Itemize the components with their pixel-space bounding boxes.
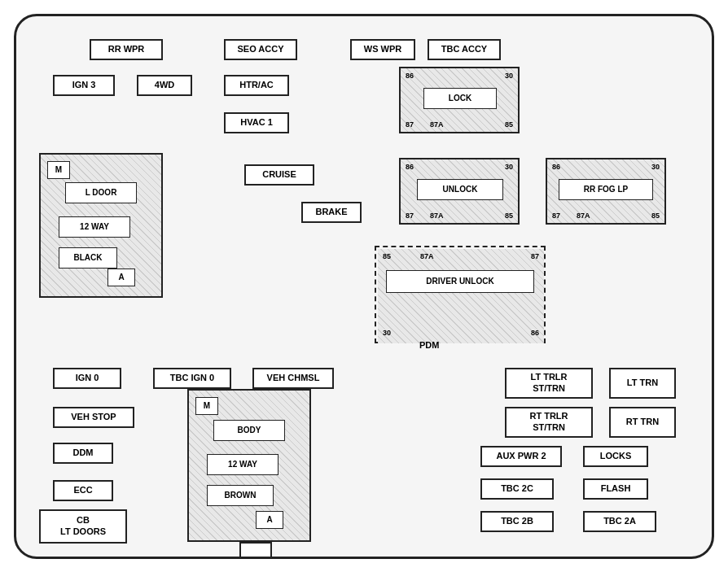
driver-unlock-group: 85 87A 87 DRIVER UNLOCK 30 86: [378, 249, 544, 343]
rt-trlr-sttrn: RT TRLR ST/TRN: [505, 407, 593, 438]
lock-87a: 87A: [430, 120, 444, 129]
unlock-87a: 87A: [430, 212, 444, 220]
lock-87: 87: [406, 120, 414, 129]
cb-lt-doors: CB LT DOORS: [39, 509, 127, 544]
tbc-ign0: TBC IGN 0: [153, 368, 231, 389]
l-door-a: A: [107, 269, 135, 286]
lock-30: 30: [505, 72, 513, 80]
unlock-30: 30: [505, 163, 513, 171]
body-connector: [239, 542, 272, 558]
unlock-label: UNLOCK: [417, 179, 503, 200]
body-m: M: [195, 397, 218, 415]
seo-accy: SEO ACCY: [224, 39, 297, 60]
driver-unlock-label: DRIVER UNLOCK: [386, 270, 534, 293]
body-a: A: [256, 511, 283, 529]
lock-86: 86: [406, 72, 414, 80]
l-door-12way: 12 WAY: [59, 216, 130, 238]
fuse-diagram: RR WPR SEO ACCY WS WPR TBC ACCY IGN 3 4W…: [14, 14, 714, 559]
ws-wpr: WS WPR: [350, 39, 415, 60]
l-door-label: L DOOR: [65, 182, 137, 203]
l-door-m: M: [47, 161, 70, 179]
driver-unlock-85: 85: [383, 252, 391, 260]
tbc-2b: TBC 2B: [480, 511, 554, 532]
body-12way: 12 WAY: [207, 454, 278, 475]
rr-fog-relay-block: 86 30 87 87A 85 RR FOG LP: [546, 158, 666, 225]
brake: BRAKE: [301, 202, 362, 223]
rr-fog-85: 85: [651, 212, 660, 220]
unlock-87: 87: [406, 212, 414, 220]
driver-unlock-30: 30: [383, 329, 391, 337]
ddm: DDM: [53, 443, 113, 464]
lt-trlr-sttrn: LT TRLR ST/TRN: [505, 368, 593, 399]
cruise: CRUISE: [244, 164, 314, 186]
rr-fog-87: 87: [552, 212, 560, 220]
unlock-relay-block: 86 30 87 87A 85 UNLOCK: [399, 158, 520, 225]
unlock-85: 85: [505, 212, 513, 220]
lt-trn: LT TRN: [609, 368, 676, 399]
locks: LOCKS: [583, 446, 648, 467]
driver-unlock-87a: 87A: [420, 252, 434, 260]
rt-trn: RT TRN: [609, 407, 676, 438]
rr-fog-86: 86: [552, 163, 560, 171]
tbc-2a: TBC 2A: [583, 511, 656, 532]
pdm-label: PDM: [419, 340, 439, 350]
rr-fog-87a: 87A: [577, 212, 590, 220]
driver-unlock-87: 87: [531, 252, 539, 260]
rr-fog-label: RR FOG LP: [559, 179, 653, 200]
lock-relay-block: 86 30 87 87A 85 LOCK: [399, 67, 520, 133]
unlock-86: 86: [406, 163, 414, 171]
body-group: M BODY 12 WAY BROWN A: [187, 389, 311, 542]
body-brown: BROWN: [207, 485, 274, 506]
tbc-2c: TBC 2C: [480, 478, 554, 500]
rr-fog-30: 30: [651, 163, 660, 171]
ecc: ECC: [53, 480, 113, 501]
body-label: BODY: [213, 420, 285, 441]
l-door-group: M L DOOR 12 WAY BLACK A: [39, 153, 163, 298]
flash: FLASH: [583, 478, 648, 500]
ign3: IGN 3: [53, 75, 115, 96]
veh-chmsl: VEH CHMSL: [252, 368, 334, 389]
veh-stop: VEH STOP: [53, 407, 134, 428]
l-door-black: BLACK: [59, 247, 117, 269]
lock-85: 85: [505, 120, 513, 129]
htr-ac: HTR/AC: [224, 75, 289, 96]
pdm-box: 85 87A 87 DRIVER UNLOCK 30 86: [375, 246, 546, 343]
ign0: IGN 0: [53, 368, 121, 389]
rr-wpr: RR WPR: [90, 39, 163, 60]
four-wd: 4WD: [137, 75, 192, 96]
hvac1: HVAC 1: [224, 112, 289, 133]
aux-pwr2: AUX PWR 2: [480, 446, 562, 467]
tbc-accy: TBC ACCY: [428, 39, 501, 60]
lock-label: LOCK: [423, 88, 497, 109]
driver-unlock-86: 86: [531, 329, 539, 337]
